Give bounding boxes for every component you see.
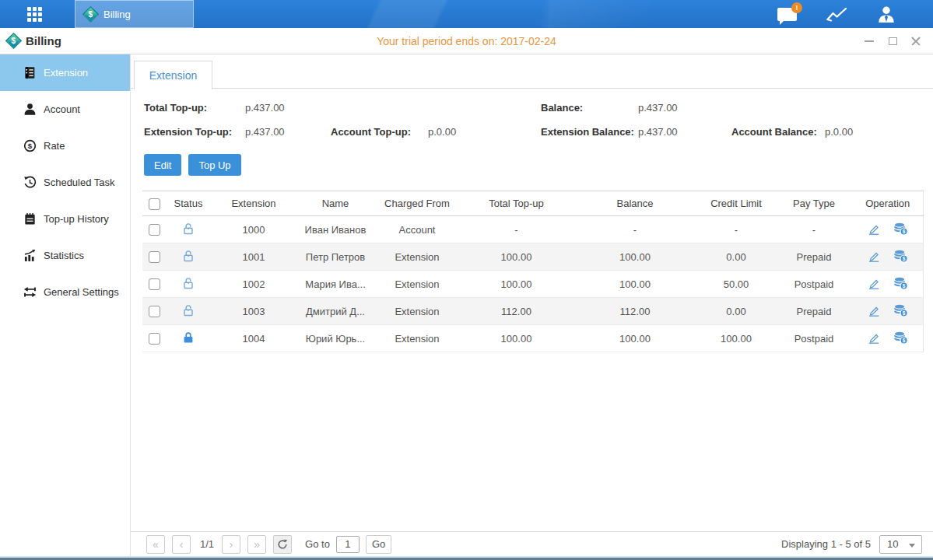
svg-text:$: $ — [28, 142, 33, 150]
col-pay-type: Pay Type — [775, 191, 853, 216]
scheduled-task-clock-icon — [23, 176, 37, 189]
svg-text:$: $ — [903, 229, 906, 235]
billing-app-tab[interactable]: $ Billing — [75, 0, 194, 28]
svg-text:$: $ — [903, 338, 906, 344]
col-status: Status — [166, 191, 211, 216]
user-account-icon[interactable] — [877, 5, 896, 23]
top-app-bar: $ Billing ! — [0, 0, 933, 28]
total-topup-label: Total Top-up: — [144, 96, 207, 120]
sidebar-item-topup-history[interactable]: Top-up History — [0, 201, 130, 237]
col-name: Name — [296, 191, 374, 216]
col-extension: Extension — [211, 191, 296, 216]
lock-open-icon — [181, 249, 195, 263]
col-credit-limit: Credit Limit — [697, 191, 775, 216]
sidebar-item-account[interactable]: Account — [0, 91, 130, 128]
top-up-extension-icon[interactable]: $ — [893, 222, 908, 236]
sidebar-item-statistics[interactable]: Statistics — [0, 237, 130, 274]
extension-topup-value: p.437.00 — [245, 120, 285, 144]
svg-text:$: $ — [903, 310, 906, 317]
goto-label: Go to — [305, 538, 330, 550]
app-body: Extension Account $ Rate — [0, 54, 933, 556]
edit-extension-icon[interactable] — [867, 222, 881, 236]
sidebar-item-label: General Settings — [44, 286, 119, 298]
edit-extension-icon[interactable] — [867, 331, 881, 345]
table-row: 1000 Иван Иванов Account - - - - — [142, 216, 923, 243]
go-button[interactable]: Go — [366, 535, 391, 554]
rate-dollar-icon: $ — [23, 139, 37, 152]
top-up-button[interactable]: Top Up — [188, 154, 240, 176]
lock-open-icon — [181, 222, 195, 236]
main-content: Extension Total Top-up: p.437.00 Balance… — [131, 54, 933, 556]
extension-ledger-icon — [23, 66, 37, 79]
extension-balance-value: p.437.00 — [638, 120, 678, 144]
account-balance-value: p.0.00 — [825, 120, 853, 144]
page-indicator: 1/1 — [200, 538, 214, 550]
svg-text:$: $ — [903, 283, 906, 289]
displaying-text: Displaying 1 - 5 of 5 — [781, 538, 871, 550]
row-checkbox[interactable] — [149, 224, 160, 236]
top-up-extension-icon[interactable]: $ — [893, 331, 908, 345]
row-checkbox[interactable] — [149, 333, 160, 345]
messages-icon[interactable]: ! — [777, 8, 797, 21]
statistics-bars-icon — [23, 249, 37, 262]
tab-extension[interactable]: Extension — [134, 61, 212, 89]
balance-value: p.437.00 — [638, 96, 678, 120]
first-page-button[interactable]: « — [146, 535, 165, 554]
balance-label: Balance: — [541, 96, 583, 120]
col-charged-from: Charged From — [374, 191, 460, 216]
minimize-button[interactable] — [863, 35, 875, 47]
edit-extension-icon[interactable] — [867, 276, 881, 290]
table-row: 1003 Дмитрий Д... Extension 112.00 112.0… — [142, 298, 923, 325]
window-title-bar: $ Billing Your trial period ends on: 201… — [0, 28, 933, 54]
svg-text:$: $ — [903, 256, 906, 262]
refresh-icon — [277, 539, 288, 550]
lock-open-icon — [181, 303, 195, 317]
sidebar-item-extension[interactable]: Extension — [0, 54, 130, 91]
page-size-select[interactable]: 10 — [879, 535, 922, 554]
edit-extension-icon[interactable] — [867, 249, 881, 263]
account-topup-value: p.0.00 — [428, 120, 456, 144]
edit-button[interactable]: Edit — [144, 154, 181, 176]
sidebar-item-scheduled-task[interactable]: Scheduled Task — [0, 164, 130, 201]
action-buttons: Edit Top Up — [144, 154, 933, 176]
app-launcher-icon[interactable] — [27, 7, 42, 22]
top-up-extension-icon[interactable]: $ — [893, 276, 908, 290]
extensions-table: Status Extension Name Charged From Total… — [142, 191, 924, 352]
close-button[interactable] — [910, 35, 922, 47]
billing-app-tab-label: Billing — [103, 9, 131, 20]
select-all-checkbox[interactable] — [149, 198, 160, 210]
row-checkbox[interactable] — [149, 278, 160, 290]
statistics-chart-icon[interactable] — [826, 6, 847, 22]
prev-page-button[interactable]: ‹ — [172, 535, 191, 554]
top-up-extension-icon[interactable]: $ — [893, 303, 908, 317]
account-topup-label: Account Top-up: — [331, 120, 411, 144]
extension-topup-label: Extension Top-up: — [144, 120, 232, 144]
maximize-button[interactable] — [886, 35, 899, 47]
goto-page-input[interactable] — [336, 536, 360, 553]
row-checkbox[interactable] — [149, 306, 160, 317]
window-controls — [863, 35, 922, 47]
general-settings-arrows-icon — [23, 285, 37, 299]
chevron-down-icon — [909, 544, 915, 548]
next-page-button[interactable]: › — [222, 535, 240, 554]
tab-bar: Extension — [131, 54, 933, 89]
top-up-extension-icon[interactable]: $ — [893, 249, 908, 263]
last-page-button[interactable]: » — [247, 535, 266, 554]
refresh-button[interactable] — [273, 535, 292, 554]
page-size-value: 10 — [887, 538, 898, 550]
notification-badge: ! — [791, 2, 802, 13]
sidebar-item-general-settings[interactable]: General Settings — [0, 274, 130, 310]
lock-open-icon — [181, 276, 195, 290]
account-balance-label: Account Balance: — [731, 120, 817, 144]
col-balance: Balance — [573, 191, 697, 216]
edit-extension-icon[interactable] — [867, 303, 881, 317]
total-topup-value: p.437.00 — [245, 96, 285, 120]
window-bottom-edge — [0, 556, 933, 560]
row-checkbox[interactable] — [149, 251, 160, 263]
balance-summary: Total Top-up: p.437.00 Balance: p.437.00… — [131, 89, 933, 144]
trial-notice: Your trial period ends on: 2017-02-24 — [0, 35, 933, 47]
sidebar: Extension Account $ Rate — [0, 54, 131, 556]
sidebar-item-label: Scheduled Task — [44, 177, 115, 188]
sidebar-item-label: Extension — [44, 67, 88, 79]
sidebar-item-rate[interactable]: $ Rate — [0, 128, 130, 164]
